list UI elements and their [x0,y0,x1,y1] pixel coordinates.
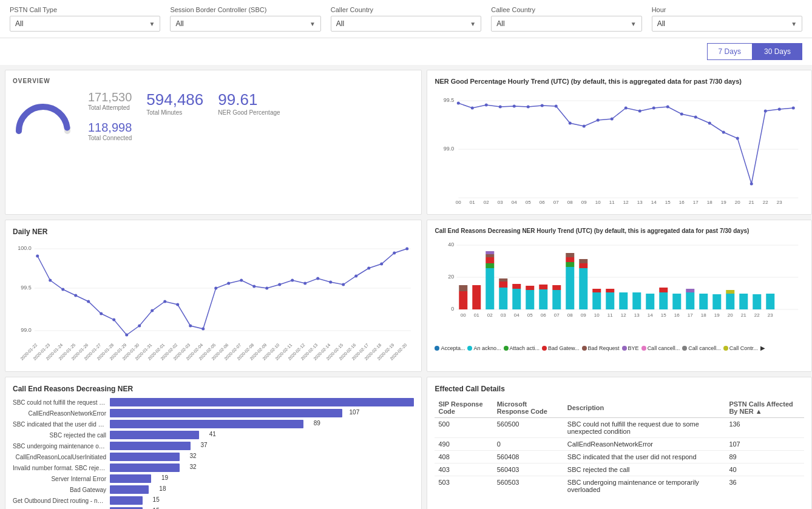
svg-point-73 [201,328,205,331]
gauge-chart [13,98,73,134]
legend-more-icon[interactable]: ▶ [760,345,765,351]
svg-point-84 [342,283,345,286]
svg-point-16 [611,118,614,121]
legend-dot-bad-request [582,346,587,351]
svg-rect-137 [513,289,521,309]
daily-ner-chart: 100.0 99.5 99.0 [13,241,414,362]
ner-metric: 99.61 NER Good Percentage [218,90,280,116]
table-row: 500560500SBC could not fulfill the reque… [435,418,804,438]
bar-label: SBC indicated that the user did not r... [13,421,110,428]
svg-text:19: 19 [714,312,720,318]
svg-text:15: 15 [665,200,671,205]
svg-point-9 [513,105,516,108]
hour-filter-select[interactable]: All ▼ [652,16,802,32]
svg-point-27 [764,110,767,113]
total-connected-metric: 118,998 Total Connected [88,121,132,141]
svg-text:06: 06 [540,200,545,205]
bar-container: 107 [110,409,414,417]
svg-rect-151 [580,259,588,263]
svg-rect-140 [526,286,535,290]
overview-panel: OVERVIEW 171,530 Total Attempted 594,486… [5,70,422,215]
svg-rect-132 [486,254,495,257]
svg-text:07: 07 [554,312,560,318]
svg-rect-159 [660,292,668,309]
ner-hourly-panel: NER Good Percentage Hourly Trend (UTC) (… [427,70,812,215]
svg-text:11: 11 [607,312,613,318]
col-sip: SIP Response Code [435,398,493,418]
svg-rect-153 [593,289,601,292]
pstn-chevron-icon: ▼ [149,21,155,27]
svg-rect-138 [513,284,521,289]
svg-text:16: 16 [674,312,680,318]
sbc-filter-select[interactable]: All ▼ [170,16,320,32]
ner-bar-legend: Accepta... An ackno... Attach acti... Ba… [435,345,804,351]
svg-rect-139 [526,290,535,309]
svg-point-89 [405,248,408,251]
svg-rect-150 [580,263,588,268]
hour-filter-label: Hour [652,6,802,13]
daily-ner-panel: Daily NER 100.0 99.5 99.0 [5,220,422,372]
svg-point-70 [163,300,166,303]
bar-fill: 19 [110,474,151,483]
bar-label: SBC rejected the call [13,432,110,439]
svg-point-14 [583,125,586,128]
svg-point-80 [291,279,294,282]
svg-text:99.5: 99.5 [21,285,32,291]
bar-container: 32 [110,453,414,461]
svg-text:16: 16 [679,200,685,205]
callee-filter-select[interactable]: All ▼ [491,16,641,32]
col-mrc: Microsoft Response Code [493,398,564,418]
svg-point-69 [151,309,154,312]
filters-bar: PSTN Call Type All ▼ Session Border Cont… [0,0,812,38]
bar-row: SBC could not fulfill the request due...… [13,398,414,406]
legend-dot-bye [622,346,627,351]
svg-rect-148 [566,253,575,257]
svg-rect-157 [633,292,641,309]
svg-point-19 [652,107,655,110]
legend-acceptance: Accepta... [435,345,465,351]
svg-point-7 [485,104,488,107]
bar-container: 15 [110,496,414,505]
svg-text:20: 20 [448,274,455,280]
svg-point-77 [252,285,255,288]
table-cell-mrc: 560408 [493,451,564,463]
svg-text:09: 09 [581,312,586,318]
svg-text:04: 04 [514,312,519,318]
svg-text:06: 06 [541,312,546,318]
30days-button[interactable]: 30 Days [753,43,802,60]
table-cell-sip: 500 [435,418,493,438]
svg-text:04: 04 [512,200,517,205]
svg-text:99.5: 99.5 [444,97,455,103]
svg-rect-165 [713,294,722,309]
call-end-reasons-panel: Call End Reasons Decreasing NER SBC coul… [5,377,422,509]
svg-point-86 [367,267,370,270]
svg-rect-133 [486,251,495,254]
svg-text:00: 00 [456,200,461,205]
bar-label: SBC undergoing maintenance or te... [13,443,110,450]
total-minutes-value: 594,486 [146,90,203,109]
svg-rect-168 [740,294,748,309]
bar-value-label: 37 [200,442,207,448]
svg-point-81 [303,282,306,285]
overview-title: OVERVIEW [13,78,414,84]
svg-text:01: 01 [474,312,479,318]
effected-calls-title: Effected Call Details [435,385,804,393]
legend-bye: BYE [622,345,639,351]
table-cell-mrc: 560503 [493,476,564,496]
7days-button[interactable]: 7 Days [707,43,753,60]
time-buttons-bar: 7 Days 30 Days [0,38,812,65]
caller-filter-label: Caller Country [331,6,481,13]
caller-filter-select[interactable]: All ▼ [331,16,481,32]
svg-text:23: 23 [768,312,773,318]
effected-calls-table-container[interactable]: SIP Response Code Microsoft Response Cod… [435,398,804,495]
svg-rect-144 [553,285,561,290]
svg-rect-135 [499,281,508,288]
bar-row: CallEndReasonLocalUserInitiated32 [13,453,414,461]
bar-fill: 32 [110,463,180,472]
pstn-filter-select[interactable]: All ▼ [10,16,160,32]
sbc-filter-group: Session Border Controller (SBC) All ▼ [170,6,320,32]
legend-dot-bad-gateway [542,346,547,351]
legend-dot-call-contr [723,346,728,351]
metrics-grid: 171,530 Total Attempted 594,486 Total Mi… [88,90,280,141]
svg-point-8 [499,106,502,109]
